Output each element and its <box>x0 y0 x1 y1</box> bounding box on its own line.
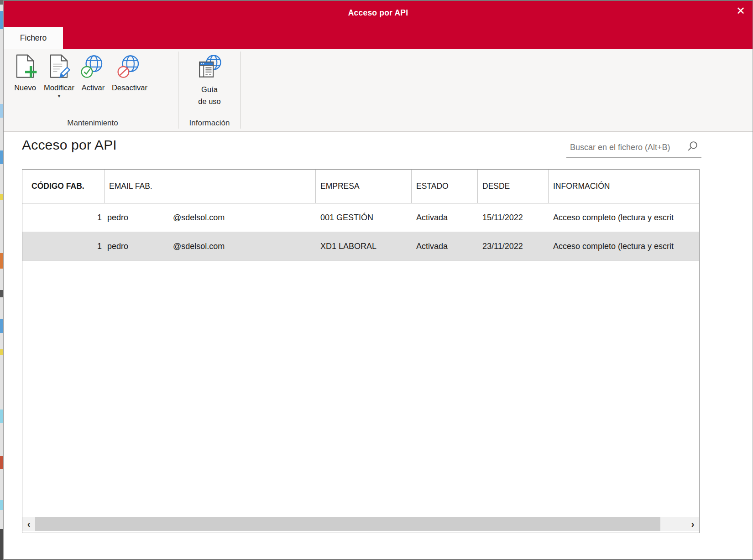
column-header-estado[interactable]: ESTADO <box>412 170 478 203</box>
column-header-email[interactable]: EMAIL FAB. <box>105 170 316 203</box>
scrollbar-thumb[interactable] <box>35 517 660 531</box>
cell-informacion: Acceso completo (lectura y escrit <box>549 203 699 232</box>
table-header-row: CÓDIGO FAB. EMAIL FAB. EMPRESA ESTADO DE… <box>22 170 699 203</box>
email-domain: @sdelsol.com <box>173 242 225 251</box>
column-header-codigo[interactable]: CÓDIGO FAB. <box>22 170 105 203</box>
email-user: pedro <box>107 213 173 223</box>
activar-button[interactable]: Activar <box>77 52 109 93</box>
new-document-icon <box>12 53 38 83</box>
tab-fichero-label: Fichero <box>20 33 47 43</box>
modificar-label: Modificar <box>44 83 74 92</box>
cell-codigo: 1 <box>22 203 105 232</box>
cell-empresa: XD1 LABORAL <box>316 232 412 260</box>
ribbon-group-separator <box>178 52 178 129</box>
tab-fichero[interactable]: Fichero <box>4 27 63 49</box>
table-row-selected[interactable]: 1 pedro @sdelsol.com XD1 LABORAL Activad… <box>22 232 699 261</box>
cell-desde: 15/11/2022 <box>478 203 549 232</box>
close-icon[interactable]: ✕ <box>736 5 745 17</box>
ribbon-group-separator <box>241 52 241 129</box>
group-label-mantenimiento: Mantenimiento <box>9 119 176 131</box>
nuevo-label: Nuevo <box>14 83 36 92</box>
globe-check-icon <box>80 53 106 83</box>
table-row[interactable]: 1 pedro @sdelsol.com 001 GESTIÓN Activad… <box>22 203 699 232</box>
desactivar-button[interactable]: Desactivar <box>109 52 150 93</box>
cell-desde: 23/11/2022 <box>478 232 549 260</box>
nuevo-button[interactable]: Nuevo <box>9 52 41 93</box>
horizontal-scrollbar[interactable]: ‹ › <box>22 517 699 531</box>
scrollbar-track[interactable] <box>35 517 686 531</box>
cell-empresa: 001 GESTIÓN <box>316 203 412 232</box>
page-title: Acceso por API <box>22 137 117 153</box>
window-title: Acceso por API <box>4 8 753 18</box>
app-window: Acceso por API ✕ Fichero Nuevo <box>3 0 753 560</box>
email-domain: @sdelsol.com <box>173 213 225 223</box>
search-box[interactable] <box>566 138 701 158</box>
api-access-table: CÓDIGO FAB. EMAIL FAB. EMPRESA ESTADO DE… <box>22 169 700 533</box>
guia-de-uso-button[interactable]: Guía de uso <box>193 52 225 108</box>
desactivar-label: Desactivar <box>112 83 147 92</box>
search-icon[interactable] <box>687 140 699 154</box>
edit-document-icon <box>46 53 72 83</box>
search-input[interactable] <box>566 143 685 153</box>
screen-edge-artifacts <box>0 0 3 560</box>
cell-codigo: 1 <box>22 232 105 260</box>
cell-estado: Activada <box>412 203 478 232</box>
group-label-informacion: Información <box>180 119 239 131</box>
ribbon-toolbar: Nuevo Modificar ▼ <box>4 49 753 132</box>
scroll-left-icon[interactable]: ‹ <box>22 517 35 531</box>
column-header-empresa[interactable]: EMPRESA <box>316 170 412 203</box>
guide-window-globe-icon <box>196 53 223 83</box>
cell-email: pedro @sdelsol.com <box>105 203 316 232</box>
guia-label-line1: Guía <box>201 83 218 95</box>
modificar-button[interactable]: Modificar ▼ <box>41 52 77 99</box>
guia-label-line2: de uso <box>198 95 221 107</box>
content-area: Acceso por API CÓDIGO FAB. EMAIL FAB. EM… <box>4 132 753 559</box>
cell-estado: Activada <box>412 232 478 260</box>
scroll-right-icon[interactable]: › <box>686 517 699 531</box>
cell-email: pedro @sdelsol.com <box>105 232 316 260</box>
globe-forbidden-icon <box>116 53 143 83</box>
title-bar: Acceso por API ✕ Fichero <box>4 1 753 49</box>
cell-informacion: Acceso completo (lectura y escrit <box>549 232 699 260</box>
column-header-desde[interactable]: DESDE <box>478 170 549 203</box>
ribbon-group-mantenimiento: Nuevo Modificar ▼ <box>9 49 176 131</box>
ribbon-group-informacion: Guía de uso Información <box>180 49 239 131</box>
chevron-down-icon[interactable]: ▼ <box>57 94 62 99</box>
email-user: pedro <box>107 242 173 251</box>
column-header-informacion[interactable]: INFORMACIÓN <box>549 170 699 203</box>
activar-label: Activar <box>82 83 105 92</box>
